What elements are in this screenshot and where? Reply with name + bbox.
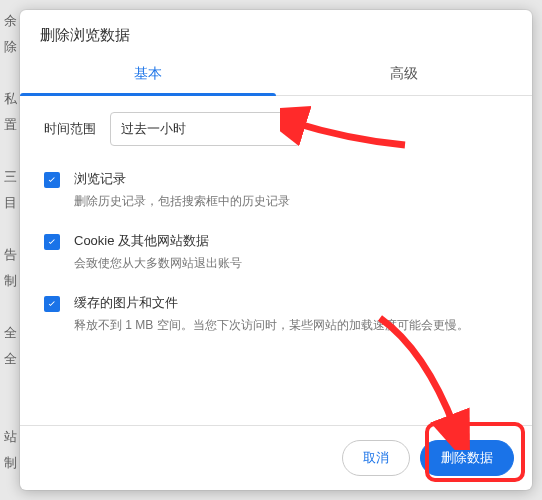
time-range-select[interactable]: 过去一小时 ▼ [110, 112, 300, 146]
time-range-row: 时间范围 过去一小时 ▼ [44, 112, 508, 146]
option-row: 缓存的图片和文件释放不到 1 MB 空间。当您下次访问时，某些网站的加载速度可能… [44, 294, 508, 334]
option-title: 浏览记录 [74, 170, 290, 188]
option-desc: 会致使您从大多数网站退出账号 [74, 254, 242, 272]
background-text: 余除 私置 三目 告制 全全 站制 [4, 8, 17, 476]
time-range-label: 时间范围 [44, 120, 96, 138]
chevron-down-icon: ▼ [279, 124, 289, 135]
dialog-title: 删除浏览数据 [20, 10, 532, 55]
time-range-value: 过去一小时 [121, 120, 186, 138]
check-icon [46, 236, 58, 248]
tabs: 基本 高级 [20, 55, 532, 96]
clear-browsing-data-dialog: 删除浏览数据 基本 高级 时间范围 过去一小时 ▼ 浏览记录删除历史记录，包括搜… [20, 10, 532, 490]
option-row: Cookie 及其他网站数据会致使您从大多数网站退出账号 [44, 232, 508, 272]
check-icon [46, 298, 58, 310]
option-title: 缓存的图片和文件 [74, 294, 469, 312]
tab-basic[interactable]: 基本 [20, 55, 276, 95]
option-desc: 释放不到 1 MB 空间。当您下次访问时，某些网站的加载速度可能会更慢。 [74, 316, 469, 334]
tab-advanced[interactable]: 高级 [276, 55, 532, 95]
option-desc: 删除历史记录，包括搜索框中的历史记录 [74, 192, 290, 210]
option-text: 缓存的图片和文件释放不到 1 MB 空间。当您下次访问时，某些网站的加载速度可能… [74, 294, 469, 334]
cancel-button[interactable]: 取消 [342, 440, 410, 476]
checkbox[interactable] [44, 296, 60, 312]
option-title: Cookie 及其他网站数据 [74, 232, 242, 250]
dialog-body: 时间范围 过去一小时 ▼ 浏览记录删除历史记录，包括搜索框中的历史记录Cooki… [20, 96, 532, 425]
option-text: Cookie 及其他网站数据会致使您从大多数网站退出账号 [74, 232, 242, 272]
checkbox[interactable] [44, 172, 60, 188]
option-row: 浏览记录删除历史记录，包括搜索框中的历史记录 [44, 170, 508, 210]
checkbox[interactable] [44, 234, 60, 250]
dialog-footer: 取消 删除数据 [20, 425, 532, 490]
confirm-button[interactable]: 删除数据 [420, 440, 514, 476]
check-icon [46, 174, 58, 186]
option-text: 浏览记录删除历史记录，包括搜索框中的历史记录 [74, 170, 290, 210]
